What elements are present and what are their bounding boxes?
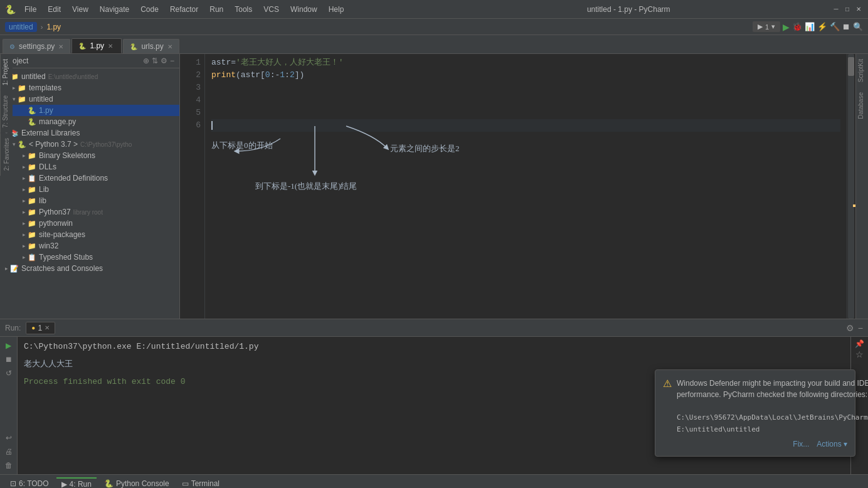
- tree-item-untitled-root[interactable]: ▾ 📁 untitled E:\untitled\untitled: [0, 71, 179, 82]
- run-config-selector[interactable]: ▶ 1 ▾: [753, 21, 780, 32]
- line-numbers: 1 2 3 4 5 6: [180, 54, 205, 319]
- run-settings-button[interactable]: ⚙: [846, 323, 854, 333]
- project-breadcrumb[interactable]: untitled: [5, 22, 37, 32]
- tree-item-pythonwin[interactable]: ▸ 📁 pythonwin: [0, 218, 179, 229]
- menu-window[interactable]: Window: [285, 4, 322, 15]
- bottom-tab-run[interactable]: ▶ 4: Run: [56, 477, 97, 489]
- project-tree: ▾ 📁 untitled E:\untitled\untitled ▸ 📁 te…: [0, 68, 179, 319]
- run-stop-button[interactable]: ⏹: [3, 353, 15, 366]
- minimize-button[interactable]: ─: [832, 5, 840, 14]
- close-button[interactable]: ✕: [854, 5, 863, 14]
- debug-button[interactable]: 🐞: [792, 22, 802, 31]
- tree-item-dlls[interactable]: ▸ 📁 DLLs: [0, 161, 179, 172]
- window-controls: ─ □ ✕: [832, 5, 863, 14]
- tree-label-python37: < Python 3.7 >: [29, 140, 78, 149]
- run-minimize-button[interactable]: −: [858, 323, 863, 333]
- main-layout: Project ⊕ ⇅ ⚙ − ▾ 📁 untitled E:\untitled…: [0, 54, 868, 319]
- tree-item-templates[interactable]: ▸ 📁 templates: [0, 82, 179, 93]
- maximize-button[interactable]: □: [843, 5, 852, 14]
- run-label: Run:: [5, 324, 21, 332]
- code-editor[interactable]: 1 2 3 4 5 6 astr = '老王大好人，人好大老王！' print …: [180, 54, 855, 319]
- tree-item-typeshed-stubs[interactable]: ▸ 📋 Typeshed Stubs: [0, 252, 179, 263]
- favorites-panel-tab[interactable]: 2: Favorites: [0, 133, 13, 176]
- search-everywhere-button[interactable]: 🔍: [853, 22, 863, 31]
- file-breadcrumb[interactable]: 1.py: [46, 23, 61, 31]
- tree-item-binary-skeletons[interactable]: ▸ 📁 Binary Skeletons: [0, 150, 179, 161]
- menu-tools[interactable]: Tools: [230, 4, 257, 15]
- tree-item-extended-defs[interactable]: ▸ 📋 Extended Definitions: [0, 172, 179, 184]
- run-tab-close[interactable]: ✕: [45, 324, 50, 331]
- bottom-tab-terminal[interactable]: ▭ Terminal: [177, 478, 225, 489]
- run-with-coverage-button[interactable]: 📊: [805, 22, 815, 31]
- bottom-tab-todo[interactable]: ⊡ 6: TODO: [5, 478, 54, 489]
- tree-item-1py[interactable]: 🐍 1.py: [0, 105, 179, 116]
- run-wrap-button[interactable]: ↩: [3, 432, 15, 444]
- code-line-6: [211, 119, 840, 132]
- menu-view[interactable]: View: [67, 4, 93, 15]
- menu-navigate[interactable]: Navigate: [95, 4, 134, 15]
- sidebar-add-button[interactable]: ⊕: [143, 56, 149, 65]
- run-button[interactable]: ▶: [783, 22, 790, 32]
- run-tab-icon: ▶: [61, 480, 67, 489]
- tree-item-managepy[interactable]: 🐍 manage.py: [0, 116, 179, 127]
- folder-icon: 📁: [28, 220, 36, 228]
- run-clear-button[interactable]: 🗑: [3, 459, 15, 472]
- scriptkitty-tab[interactable]: ScriptKit: [856, 54, 868, 87]
- menu-code[interactable]: Code: [135, 4, 164, 15]
- sidebar-layout-button[interactable]: ⇅: [152, 56, 158, 65]
- menu-refactor[interactable]: Refactor: [165, 4, 203, 15]
- arrow-icon: ▸: [20, 175, 28, 181]
- tree-item-lib-cap[interactable]: ▸ 📁 Lib: [0, 184, 179, 195]
- tree-item-site-packages[interactable]: ▸ 📁 site-packages: [0, 229, 179, 240]
- run-play-button[interactable]: ▶: [3, 339, 15, 352]
- scrollbar-thumb[interactable]: [848, 57, 854, 76]
- tab-1-py-close[interactable]: ✕: [108, 43, 113, 50]
- warning-icon: ⚠: [663, 378, 672, 390]
- sidebar-collapse-button[interactable]: −: [170, 56, 174, 65]
- profile-button[interactable]: ⚡: [817, 22, 827, 31]
- tree-item-ext-libs[interactable]: ▾ 📚 External Libraries: [0, 127, 179, 139]
- tab-1-py[interactable]: 🐍 1.py ✕: [71, 38, 122, 53]
- tree-item-python37-root[interactable]: ▸ 📁 Python37 library root: [0, 206, 179, 218]
- tree-item-python37[interactable]: ▾ 🐍 < Python 3.7 > C:\Python37\pytho: [0, 139, 179, 150]
- build-button[interactable]: 🔨: [830, 22, 840, 31]
- python-file-icon: 🐍: [28, 118, 36, 126]
- run-rerun-button[interactable]: ↺: [3, 367, 15, 379]
- notification-actions-dropdown[interactable]: Actions ▾: [817, 440, 847, 448]
- tree-item-untitled-sub[interactable]: ▾ 📁 untitled: [0, 93, 179, 105]
- menu-vcs[interactable]: VCS: [258, 4, 284, 15]
- editor-scrollbar[interactable]: [847, 54, 855, 319]
- structure-panel-tab[interactable]: 7: Structure: [0, 90, 13, 133]
- menu-help[interactable]: Help: [324, 4, 349, 15]
- menu-run[interactable]: Run: [204, 4, 228, 15]
- arrow-icon: ▸: [20, 164, 28, 170]
- run-active-tab[interactable]: ● 1 ✕: [26, 322, 55, 334]
- tree-item-win32[interactable]: ▸ 📁 win32: [0, 240, 179, 252]
- tree-item-scratches[interactable]: ▸ 📝 Scratches and Consoles: [0, 263, 179, 274]
- notification-fix-link[interactable]: Fix...: [793, 440, 809, 448]
- bottom-tab-python-console[interactable]: 🐍 Python Console: [99, 478, 174, 489]
- run-pin-button[interactable]: 📌: [855, 339, 864, 348]
- run-print-button[interactable]: 🖨: [3, 445, 15, 458]
- todo-icon: ⊡: [10, 479, 16, 488]
- tab-settings-py-close[interactable]: ✕: [58, 43, 63, 50]
- tree-label-pythonwin: pythonwin: [39, 219, 73, 228]
- database-tab[interactable]: Database: [856, 87, 868, 124]
- sidebar-settings-button[interactable]: ⚙: [161, 56, 167, 65]
- terminal-icon: ▭: [182, 479, 189, 488]
- folder-icon: 📁: [28, 242, 36, 250]
- editor-tabs: ⚙ settings.py ✕ 🐍 1.py ✕ 🐍 urls.py ✕: [0, 35, 868, 54]
- tab-urls-py[interactable]: 🐍 urls.py ✕: [123, 39, 179, 53]
- menu-edit[interactable]: Edit: [43, 4, 66, 15]
- run-header: Run: ● 1 ✕ ⚙ −: [0, 319, 868, 337]
- tab-settings-py[interactable]: ⚙ settings.py ✕: [3, 39, 70, 53]
- stop-button[interactable]: ⏹: [842, 22, 850, 31]
- menu-file[interactable]: File: [19, 4, 41, 15]
- tree-item-lib[interactable]: ▸ 📁 lib: [0, 195, 179, 206]
- code-number: 1: [280, 69, 285, 82]
- tab-urls-py-close[interactable]: ✕: [167, 43, 172, 50]
- code-content[interactable]: astr = '老王大好人，人好大老王！' print (astr[ 0 :- …: [205, 54, 847, 319]
- code-line-5: [211, 107, 840, 119]
- project-panel-tab[interactable]: 1: Project: [0, 54, 13, 90]
- tab-settings-py-label: settings.py: [19, 42, 55, 51]
